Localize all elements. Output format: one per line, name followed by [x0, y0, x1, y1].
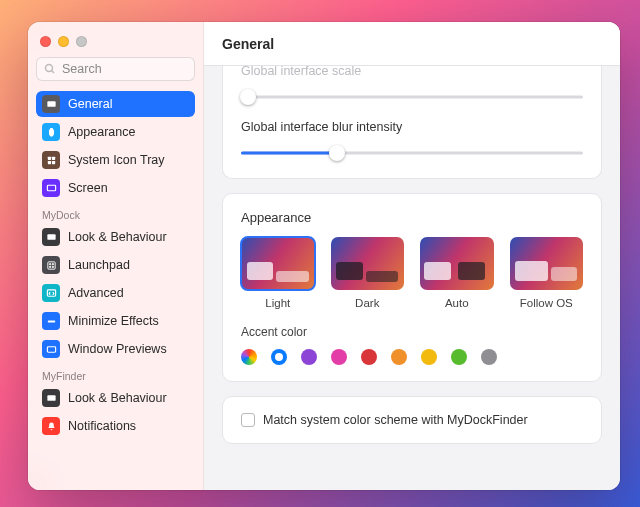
svg-line-1 — [52, 71, 55, 74]
svg-rect-17 — [47, 346, 55, 352]
appearance-icon — [42, 123, 60, 141]
sidebar-nav: GeneralAppearanceSystem Icon TrayScreenM… — [36, 91, 195, 490]
advanced-icon — [42, 284, 60, 302]
scale-label: Global interface scale — [241, 66, 583, 78]
minimize-icon — [42, 312, 60, 330]
section-myfinder: MyFinder — [36, 364, 195, 385]
accent-label: Accent color — [241, 325, 583, 339]
blur-slider[interactable] — [241, 144, 583, 162]
look-icon — [42, 228, 60, 246]
theme-preview — [331, 237, 405, 290]
window-controls — [36, 32, 195, 57]
theme-option-follow[interactable]: Follow OS — [510, 237, 584, 309]
section-mydock: MyDock — [36, 203, 195, 224]
svg-rect-7 — [51, 160, 54, 163]
accent-red[interactable] — [361, 349, 377, 365]
accent-purple[interactable] — [301, 349, 317, 365]
theme-option-auto[interactable]: Auto — [420, 237, 494, 309]
theme-label: Light — [265, 297, 290, 309]
accent-blue[interactable] — [271, 349, 287, 365]
settings-window: Search GeneralAppearanceSystem Icon Tray… — [28, 22, 620, 490]
accent-green[interactable] — [451, 349, 467, 365]
scale-card: Global interface scale Global interface … — [222, 66, 602, 179]
launchpad-icon — [42, 256, 60, 274]
svg-rect-16 — [47, 320, 54, 322]
sidebar-item-advanced[interactable]: Advanced — [36, 280, 195, 306]
sidebar-item-minimize-effects[interactable]: Minimize Effects — [36, 308, 195, 334]
svg-rect-2 — [47, 101, 55, 107]
notifications-icon — [42, 417, 60, 435]
previews-icon — [42, 340, 60, 358]
search-input[interactable]: Search — [36, 57, 195, 81]
appearance-title: Appearance — [241, 210, 583, 225]
content-scroll[interactable]: Global interface scale Global interface … — [204, 66, 620, 490]
accent-yellow[interactable] — [421, 349, 437, 365]
sidebar-item-look-behaviour[interactable]: Look & Behaviour — [36, 385, 195, 411]
scale-thumb[interactable] — [240, 89, 256, 105]
sidebar-item-appearance[interactable]: Appearance — [36, 119, 195, 145]
sidebar-item-label: Notifications — [68, 419, 136, 433]
svg-point-11 — [49, 263, 50, 264]
sidebar-item-notifications[interactable]: Notifications — [36, 413, 195, 439]
general-icon — [42, 95, 60, 113]
zoom-window-button[interactable] — [76, 36, 87, 47]
theme-label: Auto — [445, 297, 469, 309]
sidebar-item-label: System Icon Tray — [68, 153, 165, 167]
match-card: Match system color scheme with MyDockFin… — [222, 396, 602, 444]
screen-icon — [42, 179, 60, 197]
svg-point-13 — [49, 266, 50, 267]
accent-multicolor[interactable] — [241, 349, 257, 365]
match-label: Match system color scheme with MyDockFin… — [263, 413, 528, 427]
svg-rect-10 — [47, 261, 54, 268]
theme-preview — [420, 237, 494, 290]
page-header: General — [204, 22, 620, 66]
close-window-button[interactable] — [40, 36, 51, 47]
scale-slider[interactable] — [241, 88, 583, 106]
theme-label: Dark — [355, 297, 379, 309]
sidebar-item-screen[interactable]: Screen — [36, 175, 195, 201]
svg-point-12 — [52, 263, 53, 264]
sidebar-item-system-icon-tray[interactable]: System Icon Tray — [36, 147, 195, 173]
sidebar-item-label: Appearance — [68, 125, 135, 139]
sidebar-item-label: Look & Behaviour — [68, 230, 167, 244]
match-checkbox[interactable]: Match system color scheme with MyDockFin… — [241, 413, 583, 427]
sidebar-item-general[interactable]: General — [36, 91, 195, 117]
svg-rect-18 — [47, 395, 55, 401]
svg-rect-4 — [47, 156, 50, 159]
sidebar-item-label: Minimize Effects — [68, 314, 159, 328]
tray-icon — [42, 151, 60, 169]
svg-rect-5 — [51, 156, 54, 159]
theme-preview — [510, 237, 584, 290]
sidebar-item-label: Look & Behaviour — [68, 391, 167, 405]
svg-rect-6 — [47, 160, 50, 163]
blur-label: Global interface blur intensity — [241, 120, 583, 134]
minimize-window-button[interactable] — [58, 36, 69, 47]
svg-rect-15 — [47, 289, 55, 295]
sidebar-item-label: Advanced — [68, 286, 124, 300]
accent-pink[interactable] — [331, 349, 347, 365]
svg-rect-9 — [47, 234, 55, 240]
page-title: General — [222, 36, 274, 52]
theme-options: LightDarkAutoFollow OS — [241, 237, 583, 309]
sidebar-item-launchpad[interactable]: Launchpad — [36, 252, 195, 278]
sidebar: Search GeneralAppearanceSystem Icon Tray… — [28, 22, 204, 490]
sidebar-item-label: Screen — [68, 181, 108, 195]
sidebar-item-look-behaviour[interactable]: Look & Behaviour — [36, 224, 195, 250]
theme-option-dark[interactable]: Dark — [331, 237, 405, 309]
main-panel: General Global interface scale Global in… — [204, 22, 620, 490]
svg-rect-3 — [50, 127, 53, 129]
sidebar-item-label: Launchpad — [68, 258, 130, 272]
theme-preview — [241, 237, 315, 290]
svg-rect-8 — [47, 185, 55, 191]
look-icon — [42, 389, 60, 407]
theme-option-light[interactable]: Light — [241, 237, 315, 309]
accent-orange[interactable] — [391, 349, 407, 365]
sidebar-item-label: Window Previews — [68, 342, 167, 356]
svg-point-14 — [52, 266, 53, 267]
accent-graphite[interactable] — [481, 349, 497, 365]
svg-point-0 — [46, 65, 53, 72]
blur-thumb[interactable] — [329, 145, 345, 161]
sidebar-item-label: General — [68, 97, 112, 111]
search-placeholder: Search — [62, 62, 102, 76]
sidebar-item-window-previews[interactable]: Window Previews — [36, 336, 195, 362]
